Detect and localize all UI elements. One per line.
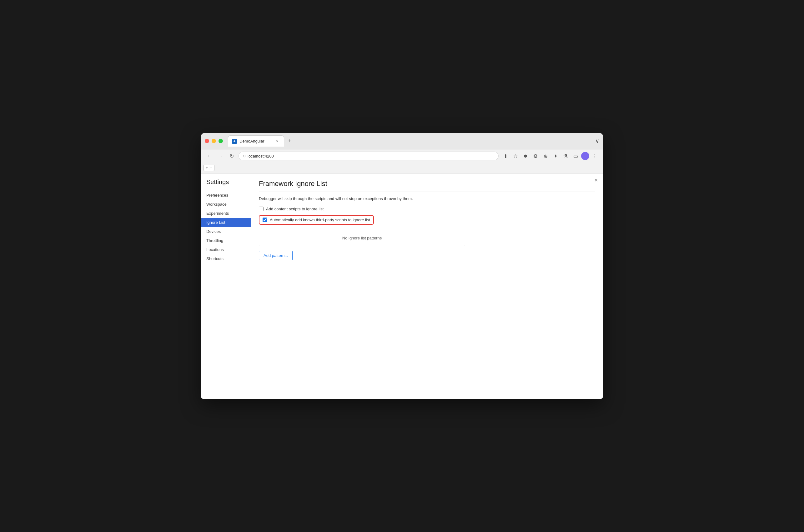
bookmark-icon[interactable]: ☆ [511, 152, 520, 160]
close-traffic-light[interactable] [205, 139, 209, 143]
settings-title: Settings [201, 178, 251, 191]
sidebar-icon[interactable]: ▭ [571, 152, 580, 160]
address-text: localhost:4200 [248, 154, 274, 158]
devtools-bar: + | − [201, 163, 603, 173]
content-area: Settings Preferences Workspace Experimen… [201, 173, 603, 399]
add-third-party-row: Automatically add known third-party scri… [259, 215, 374, 225]
extension4-icon[interactable]: ✦ [551, 152, 560, 160]
extension2-icon[interactable]: ⚙ [531, 152, 540, 160]
devtools-resize-button[interactable]: + | − [204, 165, 214, 171]
add-third-party-checkbox[interactable] [263, 217, 267, 222]
tab-title: DemoAngular [240, 139, 265, 144]
resize-plus-icon: + [206, 166, 208, 170]
settings-description: Debugger will skip through the scripts a… [259, 196, 595, 202]
fullscreen-traffic-light[interactable] [218, 139, 223, 143]
sidebar-item-shortcuts[interactable]: Shortcuts [201, 254, 251, 263]
page-title: Framework Ignore List [259, 180, 595, 192]
add-pattern-button[interactable]: Add pattern... [259, 251, 292, 260]
add-third-party-label: Automatically add known third-party scri… [270, 217, 370, 222]
settings-content: × Framework Ignore List Debugger will sk… [251, 173, 603, 399]
window-controls-right[interactable]: ∨ [595, 137, 599, 145]
back-button[interactable]: ← [205, 152, 213, 160]
browser-window: A DemoAngular × + ∨ ← → ↻ ⊙ localhost:42… [201, 133, 603, 399]
tab-favicon: A [232, 139, 237, 144]
new-tab-button[interactable]: + [285, 137, 294, 145]
sidebar-item-workspace[interactable]: Workspace [201, 200, 251, 209]
add-content-scripts-label: Add content scripts to ignore list [266, 207, 324, 211]
sidebar-item-locations[interactable]: Locations [201, 245, 251, 254]
refresh-button[interactable]: ↻ [227, 152, 236, 160]
sidebar-item-throttling[interactable]: Throttling [201, 236, 251, 245]
extensions-icon[interactable]: ☻ [521, 152, 530, 160]
lock-icon: ⊙ [243, 154, 246, 158]
browser-tab[interactable]: A DemoAngular × [228, 135, 284, 147]
patterns-box: No ignore list patterns [259, 230, 465, 246]
settings-close-button[interactable]: × [594, 177, 598, 184]
title-bar: A DemoAngular × + ∨ [201, 133, 603, 149]
extension5-icon[interactable]: ⚗ [561, 152, 570, 160]
devtools-panel: Settings Preferences Workspace Experimen… [201, 173, 603, 399]
profile-avatar[interactable] [581, 152, 589, 160]
traffic-lights [205, 139, 223, 143]
share-icon[interactable]: ⬆ [501, 152, 510, 160]
resize-pipe-icon: | [209, 166, 209, 170]
add-content-scripts-checkbox[interactable] [259, 207, 264, 211]
nav-icons-right: ⬆ ☆ ☻ ⚙ ⊕ ✦ ⚗ ▭ ⋮ [501, 152, 599, 160]
add-content-scripts-row: Add content scripts to ignore list [259, 207, 595, 211]
sidebar-item-devices[interactable]: Devices [201, 227, 251, 236]
minimize-traffic-light[interactable] [212, 139, 216, 143]
forward-button[interactable]: → [216, 152, 225, 160]
resize-minus-icon: − [210, 166, 212, 170]
sidebar-item-experiments[interactable]: Experiments [201, 209, 251, 218]
extension3-icon[interactable]: ⊕ [541, 152, 550, 160]
settings-sidebar: Settings Preferences Workspace Experimen… [201, 173, 251, 399]
sidebar-item-ignore-list[interactable]: Ignore List [201, 218, 251, 227]
tab-bar: A DemoAngular × + [228, 135, 595, 147]
more-menu-icon[interactable]: ⋮ [591, 152, 599, 160]
nav-bar: ← → ↻ ⊙ localhost:4200 ⬆ ☆ ☻ ⚙ ⊕ ✦ ⚗ ▭ ⋮ [201, 149, 603, 163]
patterns-empty-label: No ignore list patterns [342, 236, 382, 240]
sidebar-item-preferences[interactable]: Preferences [201, 191, 251, 200]
tab-close-button[interactable]: × [274, 138, 280, 144]
address-bar[interactable]: ⊙ localhost:4200 [238, 152, 499, 160]
